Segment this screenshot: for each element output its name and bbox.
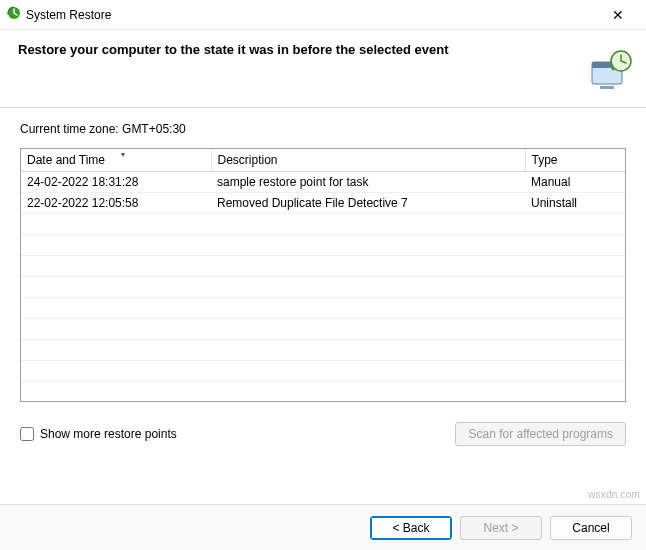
svg-rect-4 [600,86,614,89]
column-header-datetime[interactable]: Date and Time ▾ [21,149,211,171]
table-row[interactable] [21,360,625,381]
wizard-body: Current time zone: GMT+05:30 Date and Ti… [0,108,646,446]
close-icon[interactable]: ✕ [598,7,638,23]
wizard-footer: < Back Next > Cancel [0,504,646,550]
show-more-checkbox-label: Show more restore points [40,427,177,441]
cancel-button[interactable]: Cancel [550,516,632,540]
table-header-row: Date and Time ▾ Description Type [21,149,625,171]
column-header-type[interactable]: Type [525,149,625,171]
show-more-checkbox-input[interactable] [20,427,34,441]
wizard-header: Restore your computer to the state it wa… [0,30,646,108]
below-grid-controls: Show more restore points Scan for affect… [20,422,626,446]
table-row[interactable] [21,297,625,318]
table-row[interactable] [21,213,625,234]
restore-points-table[interactable]: Date and Time ▾ Description Type 24-02-2… [20,148,626,402]
table-row[interactable] [21,318,625,339]
back-button[interactable]: < Back [370,516,452,540]
cell-datetime: 24-02-2022 18:31:28 [21,171,211,192]
window-title: System Restore [22,8,598,22]
cell-description: sample restore point for task [211,171,525,192]
watermark: wsxdn.com [588,489,640,500]
cell-description: Removed Duplicate File Detective 7 [211,192,525,213]
cell-datetime: 22-02-2022 12:05:58 [21,192,211,213]
titlebar: System Restore ✕ [0,0,646,30]
column-label: Date and Time [27,153,105,167]
table-row[interactable]: 24-02-2022 18:31:28 sample restore point… [21,171,625,192]
timezone-label: Current time zone: GMT+05:30 [20,122,626,136]
scan-affected-button[interactable]: Scan for affected programs [455,422,626,446]
next-button[interactable]: Next > [460,516,542,540]
table-row[interactable]: 22-02-2022 12:05:58 Removed Duplicate Fi… [21,192,625,213]
table-row[interactable] [21,234,625,255]
table-row[interactable] [21,276,625,297]
table-row[interactable] [21,255,625,276]
sort-indicator-icon: ▾ [121,150,125,159]
table-row[interactable] [21,339,625,360]
system-restore-icon [6,5,22,24]
show-more-checkbox[interactable]: Show more restore points [20,427,177,441]
page-heading: Restore your computer to the state it wa… [18,42,628,57]
cell-type: Manual [525,171,625,192]
cell-type: Uninstall [525,192,625,213]
column-header-description[interactable]: Description [211,149,525,171]
restore-monitor-icon [586,48,634,96]
